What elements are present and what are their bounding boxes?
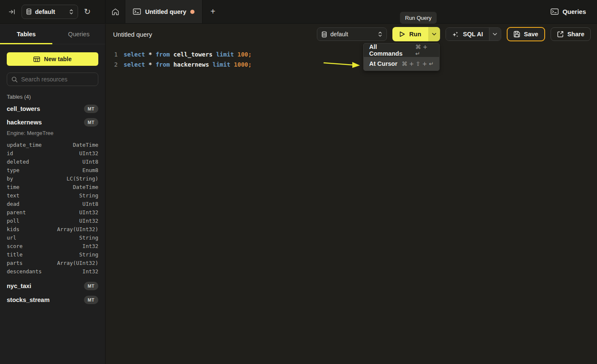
column-name: deleted (7, 159, 29, 165)
line-number: 2 (106, 59, 118, 70)
column-name: type (7, 167, 19, 173)
run-options-menu: All Commands ⌘ + ↵ At Cursor ⌘ + ⇧ + ↵ (363, 43, 440, 71)
column-type: Int32 (82, 243, 98, 249)
page-title: Untitled query (113, 31, 152, 38)
chevron-down-icon (493, 33, 497, 35)
tab-untitled-query[interactable]: Untitled query (125, 0, 203, 23)
refresh-icon: ↻ (84, 8, 91, 16)
table-name: cell_towers (7, 105, 40, 112)
sparkles-icon (452, 31, 459, 38)
save-floppy-icon (513, 31, 520, 38)
play-icon (400, 31, 405, 37)
column-name: parts (7, 260, 23, 266)
console-icon (551, 8, 559, 15)
table-row-nyc-taxi[interactable]: nyc_taxi MT (7, 280, 98, 292)
topbar-database-value: default (35, 8, 55, 15)
column-row: idUInt32 (7, 149, 98, 157)
console-icon (133, 8, 141, 15)
column-name: score (7, 243, 23, 249)
menu-item-label: All Commands (369, 43, 411, 57)
column-row: partsArray(UInt32) (7, 259, 98, 267)
refresh-button[interactable]: ↻ (84, 8, 91, 16)
column-type: String (79, 235, 98, 241)
engine-badge: MT (84, 282, 98, 290)
column-name: text (7, 192, 19, 199)
column-name: update_time (7, 142, 42, 148)
engine-badge: MT (84, 118, 98, 127)
column-type: LC(String) (67, 175, 98, 182)
code-line: 1select * from cell_towers limit 100; (106, 49, 597, 59)
table-row-stocks-stream[interactable]: stocks_stream MT (7, 294, 98, 306)
column-row: textString (7, 191, 98, 200)
search-box (7, 73, 98, 86)
column-type: String (79, 251, 98, 258)
column-name: id (7, 150, 13, 156)
column-type: UInt8 (82, 159, 98, 165)
search-input[interactable] (21, 76, 97, 83)
collapse-sidebar-button[interactable] (8, 8, 16, 15)
sidebar-content: New table Tables (4) cell_towers MT hack… (0, 52, 105, 306)
chevron-down-icon (432, 33, 436, 35)
column-type: Enum8 (82, 167, 98, 173)
new-tab-button[interactable]: + (203, 0, 223, 23)
sql-ai-split-button: SQL AI (446, 27, 501, 41)
column-name: poll (7, 218, 19, 224)
new-table-button[interactable]: New table (7, 52, 98, 66)
queries-top-button[interactable]: Queries (551, 0, 597, 23)
table-name: stocks_stream (7, 297, 50, 303)
engine-badge: MT (84, 105, 98, 113)
sql-ai-button[interactable]: SQL AI (446, 28, 489, 40)
engine-label: Engine: MergeTree (7, 129, 98, 137)
updown-chevron-icon (69, 9, 73, 15)
queries-top-label: Queries (562, 8, 586, 15)
save-button[interactable]: Save (507, 27, 545, 41)
table-row-cell-towers[interactable]: cell_towers MT (7, 102, 98, 115)
sql-ai-options-button[interactable] (489, 28, 501, 40)
tab-strip: Untitled query + (105, 0, 551, 23)
run-query-tooltip: Run Query (400, 12, 437, 24)
topbar-database-selector[interactable]: default (22, 5, 78, 19)
column-type: UInt32 (79, 150, 98, 156)
run-split-button: Run (392, 27, 440, 41)
column-row: scoreInt32 (7, 242, 98, 250)
tables-section-header: Tables (4) (7, 94, 98, 100)
share-button[interactable]: Share (551, 27, 591, 41)
column-type: Int32 (82, 268, 98, 275)
table-row-hackernews[interactable]: hackernews MT (7, 116, 98, 129)
run-button[interactable]: Run (392, 27, 428, 41)
column-type: Array(UInt32) (57, 226, 98, 232)
column-row: deletedUInt8 (7, 157, 98, 166)
search-icon (11, 76, 18, 83)
column-type: DateTime (73, 184, 98, 190)
line-number: 1 (106, 49, 118, 59)
column-row: update_timeDateTime (7, 140, 98, 149)
query-toolbar: default Run (317, 27, 591, 41)
home-button[interactable] (105, 0, 125, 23)
hackernews-columns-list: update_timeDateTimeidUInt32deletedUInt8t… (7, 140, 98, 275)
toolbar-database-value: default (330, 31, 348, 38)
column-row: typeEnum8 (7, 166, 98, 174)
collapse-sidebar-icon (8, 8, 16, 15)
sidebar-tab-queries[interactable]: Queries (53, 24, 105, 44)
sidebar-tabs: Tables Queries (0, 24, 105, 44)
column-row: urlString (7, 233, 98, 242)
share-label: Share (567, 31, 584, 38)
save-label: Save (524, 31, 538, 38)
menu-item-all-commands[interactable]: All Commands ⌘ + ↵ (364, 43, 439, 57)
column-row: titleString (7, 250, 98, 259)
menu-item-at-cursor[interactable]: At Cursor ⌘ + ⇧ + ↵ (364, 57, 439, 70)
column-type: UInt8 (82, 201, 98, 207)
column-row: timeDateTime (7, 183, 98, 191)
table-name: nyc_taxi (7, 283, 31, 289)
table-grid-icon (33, 57, 40, 62)
active-tab-underline (0, 43, 52, 44)
sql-editor[interactable]: 1select * from cell_towers limit 100;2se… (106, 44, 597, 364)
unsaved-indicator-dot (190, 10, 194, 14)
home-icon (111, 8, 119, 16)
column-row: deadUInt8 (7, 200, 98, 208)
column-name: by (7, 175, 13, 182)
run-options-button[interactable] (428, 27, 440, 41)
tab-label: Untitled query (145, 8, 186, 15)
sidebar-tab-tables[interactable]: Tables (0, 24, 53, 44)
toolbar-database-selector[interactable]: default (317, 27, 387, 41)
